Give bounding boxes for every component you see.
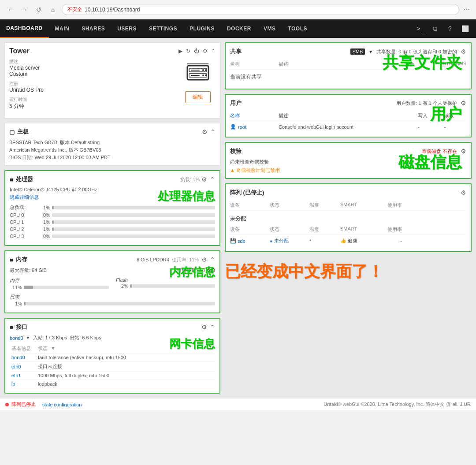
power-icon[interactable]: ⏻ (194, 48, 199, 54)
forward-button[interactable]: → (19, 4, 30, 15)
tower-runtime-value: 5 分钟 (9, 103, 176, 110)
unassigned-col-temp: 温度 (309, 226, 336, 233)
cpu2-bar (52, 227, 215, 231)
play-icon[interactable]: ▶ (178, 48, 182, 54)
motherboard-gear-button[interactable]: ⚙ (202, 128, 208, 135)
network-controls: ⚙ ⌃ (201, 324, 215, 331)
processor-gear-button[interactable]: ⚙ (201, 176, 207, 183)
log-bar-row: 1% (10, 301, 215, 306)
memory-fill (24, 286, 33, 289)
share-col-desc: 描述 (279, 61, 400, 67)
tower-header: Tower ▶ ↻ ⏻ ⚙ ⌃ (9, 47, 216, 55)
status-left: 阵列已停止 · stale configuration (5, 401, 82, 408)
back-button[interactable]: ← (5, 4, 16, 15)
cpu-total-fill (52, 206, 54, 209)
nav-tools[interactable]: TOOLS (282, 19, 313, 38)
memory-chevron-button[interactable]: ⌃ (210, 256, 215, 263)
nav-users[interactable]: USERS (111, 19, 143, 38)
user-root-name[interactable]: 👤 root (230, 124, 274, 130)
processor-detail-link[interactable]: 隐藏详细信息 (10, 194, 39, 200)
cpu-row-1: CPU 1 1% (10, 219, 215, 225)
cpu1-fill (52, 220, 54, 224)
unassigned-col-smart: SMART (340, 226, 367, 233)
status-dot (5, 403, 9, 406)
motherboard-title: ▢ 主板 (9, 128, 29, 136)
network-eth0-name[interactable]: eth0 (10, 362, 36, 372)
refresh-button[interactable]: ↺ (33, 4, 44, 15)
network-gear-button[interactable]: ⚙ (201, 324, 207, 331)
svg-rect-0 (187, 66, 208, 80)
motherboard-chevron-button[interactable]: ⌃ (210, 128, 216, 135)
disk-icon: 💾 (230, 238, 236, 244)
address-bar[interactable]: 不安全 10.10.10.19/Dashboard (62, 4, 459, 15)
cpu1-pct: 1% (38, 219, 50, 225)
flash-pct: 2% (116, 283, 128, 289)
nav-vms[interactable]: VMS (257, 19, 282, 38)
network-row-lo: lo loopback (10, 380, 215, 388)
network-col-status: 状态 ▼ (36, 344, 215, 353)
parity-gear-button[interactable]: ⚙ (461, 148, 466, 155)
browser-more-button[interactable]: ⋯ (463, 5, 471, 14)
network-eth0-status: 接口未连接 (36, 362, 215, 372)
user-count: 用户数量: 1 有 1 个未受保护 (396, 100, 457, 107)
array-col-status: 状态 (270, 202, 305, 208)
unassigned-section: 未分配 设备 状态 温度 SMART 使用率 💾 sdb ● 未分配 (230, 215, 466, 247)
healthy-icon: 👍 (340, 238, 346, 244)
users-header: 用户 用户数量: 1 有 1 个未受保护 ⚙ (230, 99, 466, 107)
refresh-icon[interactable]: ↻ (186, 48, 190, 54)
cpu3-label: CPU 3 (10, 234, 36, 239)
user-root-label[interactable]: root (238, 124, 246, 130)
network-caret[interactable]: ▼ (26, 335, 30, 340)
network-chevron-button[interactable]: ⌃ (210, 324, 215, 331)
nav-main[interactable]: MAIN (49, 19, 76, 38)
shares-gear-button[interactable]: ⚙ (461, 48, 466, 55)
network-interface-name[interactable]: bond0 (10, 335, 23, 341)
caret-status[interactable]: ▼ (51, 346, 56, 351)
share-col-name: 名称 (230, 61, 274, 67)
network-bond0-name[interactable]: bond0 (10, 353, 36, 362)
app-nav: DASHBOARD MAIN SHARES USERS SETTINGS PLU… (0, 19, 476, 38)
home-button[interactable]: ⌂ (48, 4, 58, 15)
gear-icon[interactable]: ⚙ (203, 48, 208, 54)
user-row-root: 👤 root Console and webGui login account … (230, 121, 466, 132)
status-stopped-label: 阵列已停止 (11, 401, 36, 408)
log-bar-group: 日志 1% (10, 294, 215, 306)
nav-plugins[interactable]: PLUGINS (183, 19, 221, 38)
display-button[interactable]: ⬜ (458, 22, 472, 35)
multi-button[interactable]: ⧉ (428, 22, 442, 35)
user-root-read: - (444, 124, 466, 130)
network-eth1-name[interactable]: eth1 (10, 372, 36, 380)
array-gear-button[interactable]: ⚙ (461, 189, 466, 196)
cpu3-pct: 0% (38, 234, 50, 239)
cpu1-label: CPU 1 (10, 219, 36, 225)
cpu-row-3: CPU 3 0% (10, 234, 215, 239)
tower-image-area: 编辑 (180, 59, 216, 114)
nav-dashboard[interactable]: DASHBOARD (0, 19, 49, 38)
left-column: Tower ▶ ↻ ⏻ ⚙ ⌃ 描述 Media server Custom (4, 42, 220, 394)
cpu1-bar (52, 220, 215, 224)
flash-bar-group: Flash 2% (116, 277, 215, 292)
help-button[interactable]: ? (443, 22, 457, 35)
network-lo-name[interactable]: lo (10, 380, 36, 388)
tower-controls: ▶ ↻ ⏻ ⚙ ⌃ (178, 48, 216, 54)
network-title: ■ 接口 (10, 323, 27, 331)
processor-chevron-button[interactable]: ⌃ (210, 176, 215, 183)
status-separator: · (38, 402, 40, 407)
memory-spec: 8 GiB LPDDR4 (137, 257, 169, 262)
browser-chrome: ← → ↺ ⌂ 不安全 10.10.10.19/Dashboard ⋯ (0, 0, 476, 19)
memory-gear-button[interactable]: ⚙ (201, 256, 207, 263)
network-bond0-status: fault-tolerance (active-backup), mtu 150… (36, 353, 215, 362)
terminal-button[interactable]: >_ (413, 22, 427, 35)
nav-settings[interactable]: SETTINGS (143, 19, 183, 38)
nav-docker[interactable]: DOCKER (221, 19, 257, 38)
smb-caret[interactable]: ▼ (368, 49, 373, 54)
user-root-desc: Console and webGui login account (279, 124, 413, 130)
edit-button[interactable]: 编辑 (185, 91, 211, 103)
chevron-up-icon[interactable]: ⌃ (211, 48, 216, 54)
svg-point-6 (205, 74, 207, 76)
users-gear-button[interactable]: ⚙ (461, 100, 466, 107)
parity-card: 校验 奇偶磁盘 不存在 ⚙ 尚未检查奇偶校验 ▲ 奇偶校验计划已禁用 磁盘信息 (225, 142, 472, 179)
nav-shares[interactable]: SHARES (75, 19, 111, 38)
unassigned-sdb-device[interactable]: 💾 sdb (230, 238, 265, 244)
parity-status[interactable]: 奇偶磁盘 不存在 (422, 148, 457, 155)
